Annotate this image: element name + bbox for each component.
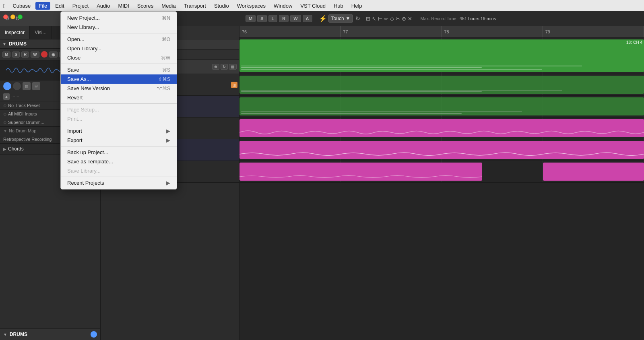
clip-5b[interactable] — [543, 163, 644, 181]
window-controls — [3, 14, 23, 19]
lane-2 — [239, 96, 644, 117]
a-button[interactable]: A — [303, 15, 312, 22]
all-midi-inputs-label: All MIDI Inputs — [8, 111, 37, 116]
clip-3[interactable] — [239, 119, 644, 137]
menu-entry-save-library---: Save Library... — [61, 166, 177, 175]
menu-entry-label: Revert — [67, 95, 170, 101]
menu-entry-import[interactable]: Import▶ — [61, 126, 177, 136]
monitor-btn[interactable]: ◉ — [49, 52, 58, 58]
menu-entry-save-new-version[interactable]: Save New Version⌥⌘S — [61, 84, 177, 93]
tab-visibility[interactable]: Visi... — [30, 26, 52, 39]
menu-entry-label: Back up Project... — [67, 149, 170, 155]
menu-item-cubase[interactable]: Cubase — [9, 2, 34, 10]
automation-icon[interactable]: ⚡ — [319, 15, 327, 23]
menu-entry-label: Save New Version — [67, 85, 154, 91]
w-button[interactable]: W — [290, 15, 301, 22]
write-btn[interactable]: W — [31, 52, 39, 58]
menu-item-transport[interactable]: Transport — [181, 2, 209, 10]
tab-inspector[interactable]: Inspector — [0, 26, 30, 39]
menu-separator — [61, 125, 177, 125]
s-button[interactable]: S — [257, 15, 266, 22]
menu-item-midi[interactable]: MIDI — [115, 2, 132, 10]
menu-entry-label: Page Setup... — [67, 107, 170, 113]
drummap-icon: ▼ — [3, 129, 7, 133]
menu-item-media[interactable]: Media — [158, 2, 179, 10]
menu-entry-recent-projects[interactable]: Recent Projects▶ — [61, 178, 177, 188]
refresh-icon[interactable]: ↻ — [355, 15, 360, 22]
menu-entry-label: Save — [67, 67, 160, 73]
lane-4 — [239, 139, 644, 161]
menu-entry-label: Save Library... — [67, 168, 170, 174]
solo-btn[interactable]: S — [12, 52, 20, 58]
menu-entry-new-library---[interactable]: New Library... — [61, 23, 177, 32]
menu-entry-save[interactable]: Save⌘S — [61, 65, 177, 74]
menu-separator — [61, 146, 177, 146]
record-time-label: Max. Record Time — [420, 16, 456, 21]
read-btn[interactable]: R — [21, 52, 29, 58]
menu-item-hub[interactable]: Hub — [330, 2, 347, 10]
arrange-area: 76 77 78 79 13: CH 4 — [239, 26, 644, 340]
clip-0[interactable]: 13: CH 4 — [239, 39, 644, 72]
menu-item-vst-cloud[interactable]: VST Cloud — [297, 2, 329, 10]
m-button[interactable]: M — [246, 15, 256, 22]
menu-entry-label: Print... — [67, 116, 170, 122]
touch-mode-dropdown[interactable]: Touch ▼ — [328, 14, 353, 23]
drums-ch-btn[interactable]: ▤ — [229, 64, 237, 70]
channel-dots: ⋯⋯ — [11, 95, 19, 99]
close-button[interactable] — [3, 14, 8, 19]
maximize-button[interactable] — [18, 14, 23, 19]
pencil-icon[interactable]: ✏ — [384, 16, 388, 22]
r-button[interactable]: R — [279, 15, 289, 22]
clip-5a[interactable] — [239, 163, 482, 181]
minimize-button[interactable] — [10, 14, 15, 19]
menu-entry-open-library---[interactable]: Open Library... — [61, 44, 177, 53]
output-icon[interactable] — [3, 82, 11, 90]
menu-entry-label: Import — [67, 128, 164, 134]
menu-item-workspaces[interactable]: Workspaces — [234, 2, 269, 10]
menu-entry-open---[interactable]: Open...⌘O — [61, 35, 177, 44]
menu-item-window[interactable]: Window — [270, 2, 295, 10]
menu-item-project[interactable]: Project — [69, 2, 92, 10]
snap-icon[interactable]: ⊞ — [366, 16, 370, 22]
menu-item-file[interactable]: File — [35, 2, 50, 10]
clip-4[interactable] — [239, 141, 644, 159]
menu-entry-revert[interactable]: Revert — [61, 93, 177, 102]
scissors-icon[interactable]: ✂ — [396, 16, 400, 22]
menu-item-edit[interactable]: Edit — [52, 2, 67, 10]
menu-entry-export[interactable]: Export▶ — [61, 136, 177, 145]
menu-entry-save-as-template---[interactable]: Save as Template... — [61, 157, 177, 166]
drums-icon[interactable] — [91, 331, 97, 338]
clip-1[interactable] — [239, 76, 644, 94]
load-icon[interactable]: ⊞ — [32, 82, 40, 90]
mute-icon[interactable]: ✕ — [408, 16, 412, 22]
cursor-icon[interactable]: ↖ — [372, 16, 376, 22]
glue-icon[interactable]: ⊕ — [402, 16, 406, 22]
drums-bottom-section[interactable]: ▼ DRUMS — [0, 328, 100, 340]
menu-shortcut: ⌘S — [162, 67, 170, 73]
record-enable-btn[interactable] — [41, 51, 47, 58]
menu-entry-back-up-project---[interactable]: Back up Project... — [61, 148, 177, 157]
drums-eq-btn[interactable]: ⊛ — [212, 64, 219, 70]
menu-entry-label: Close — [67, 55, 159, 61]
menu-item-studio[interactable]: Studio — [211, 2, 232, 10]
mute-btn[interactable]: M — [2, 52, 10, 58]
input-icon[interactable] — [13, 82, 21, 90]
track-preset-label: No Track Preset — [8, 103, 40, 108]
channel-strip-icon[interactable]: ▤ — [23, 82, 31, 90]
trim-icon[interactable]: ⊢ — [378, 16, 382, 22]
drums-send-btn[interactable]: ↻ — [221, 64, 228, 70]
menu-item-help[interactable]: Help — [348, 2, 365, 10]
menu-item-scores[interactable]: Scores — [134, 2, 157, 10]
eraser-icon[interactable]: ◇ — [390, 16, 394, 22]
menu-item-audio[interactable]: Audio — [93, 2, 113, 10]
menu-entry-save-as---[interactable]: Save As...⇧⌘S — [61, 74, 177, 84]
midi-content-2 — [241, 111, 642, 114]
clip-2[interactable] — [239, 97, 644, 115]
menu-entry-close[interactable]: Close⌘W — [61, 53, 177, 62]
drums-bottom-label: DRUMS — [10, 332, 27, 337]
menu-entry-label: Save as Template... — [67, 159, 170, 165]
l-button[interactable]: L — [268, 15, 278, 22]
drums-collapse-icon: ▼ — [2, 42, 6, 46]
menu-entry-new-project---[interactable]: New Project...⌘N — [61, 13, 177, 23]
t1-fold[interactable]: ◫ — [231, 82, 237, 88]
